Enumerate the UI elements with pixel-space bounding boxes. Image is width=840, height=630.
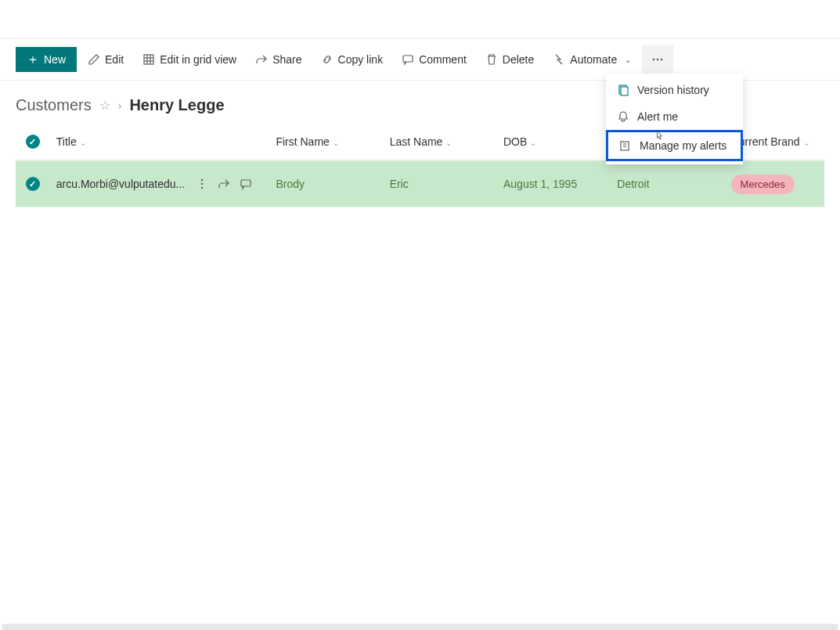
horizontal-scrollbar[interactable]	[2, 624, 838, 630]
column-header-title[interactable]: Title⌄	[50, 135, 276, 148]
svg-point-7	[657, 59, 659, 61]
manage-alerts-icon	[619, 139, 632, 152]
comment-button[interactable]: Comment	[394, 47, 474, 72]
column-header-dob[interactable]: DOB⌄	[503, 135, 617, 148]
version-history-label: Version history	[637, 84, 709, 96]
table-row[interactable]: arcu.Morbi@vulputatedu... Brody Eric Aug…	[16, 160, 824, 207]
svg-point-6	[653, 59, 655, 61]
check-icon	[26, 177, 40, 191]
alert-me-item[interactable]: Alert me	[606, 103, 743, 130]
copylink-label: Copy link	[338, 53, 384, 66]
edit-grid-button[interactable]: Edit in grid view	[135, 47, 244, 72]
edit-grid-label: Edit in grid view	[160, 53, 236, 66]
star-icon[interactable]: ☆	[99, 98, 110, 113]
share-label: Share	[272, 53, 301, 66]
breadcrumb-item: Henry Legge	[129, 96, 224, 114]
row-checkbox[interactable]	[16, 177, 50, 191]
more-actions-button[interactable]	[642, 45, 673, 74]
alert-me-label: Alert me	[637, 110, 678, 123]
grid-icon	[142, 53, 155, 66]
comment-row-icon[interactable]	[240, 178, 252, 190]
plus-icon: ＋	[27, 53, 39, 66]
new-label: New	[44, 53, 66, 66]
automate-button[interactable]: Automate ⌄	[545, 47, 639, 72]
svg-point-8	[661, 59, 663, 61]
brand-badge: Mercedes	[731, 175, 795, 194]
chevron-down-icon: ⌄	[803, 139, 809, 147]
chevron-down-icon: ⌄	[80, 139, 86, 147]
manage-alerts-label: Manage my alerts	[640, 139, 726, 152]
history-icon	[617, 84, 629, 96]
ellipsis-icon	[651, 53, 664, 66]
more-actions-dropdown: Version history Alert me Manage my alert…	[606, 74, 743, 164]
svg-rect-5	[403, 56, 413, 62]
copylink-button[interactable]: Copy link	[313, 47, 391, 72]
chevron-down-icon: ⌄	[625, 56, 631, 64]
share-icon	[255, 53, 268, 66]
trash-icon	[485, 53, 498, 66]
new-button[interactable]: ＋ New	[16, 47, 77, 72]
pencil-icon	[88, 53, 100, 66]
chevron-down-icon: ⌄	[333, 139, 339, 147]
delete-button[interactable]: Delete	[478, 47, 542, 72]
column-select-all[interactable]	[16, 135, 50, 149]
breadcrumb-list[interactable]: Customers	[16, 96, 92, 114]
check-icon	[26, 135, 40, 149]
manage-alerts-item[interactable]: Manage my alerts	[606, 130, 743, 161]
row-firstname: Brody	[276, 178, 389, 190]
chevron-right-icon: ›	[118, 99, 122, 112]
edit-label: Edit	[105, 53, 124, 66]
column-header-lastname[interactable]: Last Name⌄	[390, 135, 503, 148]
link-icon	[321, 53, 333, 66]
share-button[interactable]: Share	[247, 47, 309, 72]
comment-icon	[402, 53, 414, 66]
svg-rect-17	[241, 180, 251, 186]
command-bar: ＋ New Edit Edit in grid view Share Copy …	[0, 39, 840, 81]
column-header-brand[interactable]: Current Brand⌄	[731, 135, 824, 148]
chevron-down-icon: ⌄	[530, 139, 536, 147]
share-row-icon[interactable]	[218, 178, 230, 190]
row-brand: Mercedes	[731, 175, 824, 194]
row-city: Detroit	[617, 178, 730, 190]
chevron-down-icon: ⌄	[445, 139, 452, 147]
version-history-item[interactable]: Version history	[606, 77, 743, 103]
row-title[interactable]: arcu.Morbi@vulputatedu...	[56, 178, 185, 190]
svg-point-15	[201, 183, 203, 185]
delete-label: Delete	[503, 53, 534, 66]
column-header-firstname[interactable]: First Name⌄	[276, 135, 389, 148]
bell-icon	[617, 110, 629, 123]
edit-button[interactable]: Edit	[80, 47, 132, 72]
flow-icon	[553, 53, 565, 66]
comment-label: Comment	[419, 53, 467, 66]
row-lastname: Eric	[390, 178, 503, 190]
svg-point-16	[201, 187, 203, 189]
row-dob: August 1, 1995	[503, 178, 617, 190]
svg-rect-0	[144, 55, 153, 64]
ellipsis-vertical-icon[interactable]	[196, 178, 208, 190]
automate-label: Automate	[570, 53, 617, 66]
svg-point-14	[201, 179, 203, 181]
svg-rect-10	[621, 87, 628, 95]
